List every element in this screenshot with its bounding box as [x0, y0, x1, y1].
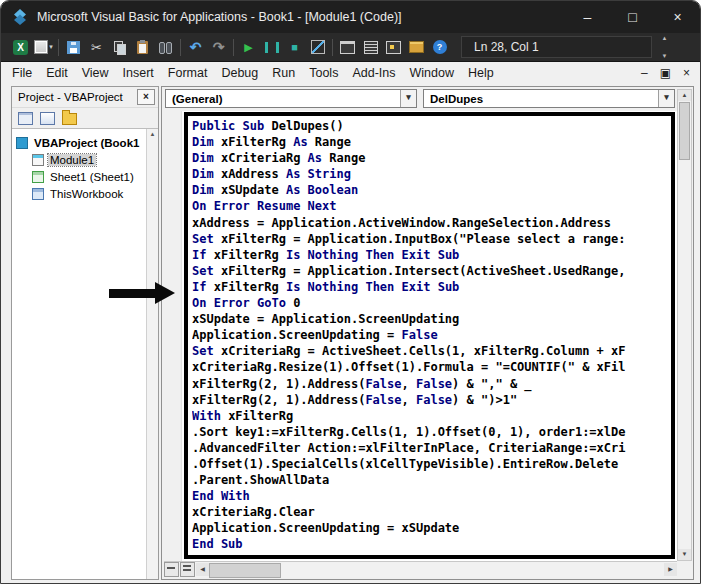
child-close-button[interactable]: × — [683, 66, 690, 80]
menu-edit[interactable]: Edit — [39, 62, 75, 84]
code-line: xCriteriaRg.Clear — [192, 504, 667, 520]
vba-app-icon — [12, 9, 28, 25]
paste-button[interactable] — [131, 35, 154, 59]
properties-window-button[interactable] — [359, 35, 382, 59]
menu-format[interactable]: Format — [161, 62, 215, 84]
horizontal-scrollbar-track[interactable] — [209, 563, 664, 576]
code-line: On Error Resume Next — [192, 198, 667, 214]
help-button[interactable] — [428, 35, 451, 59]
vertical-scrollbar[interactable]: ▲ ▼ — [677, 89, 692, 561]
procedure-dropdown[interactable]: DelDupes — [423, 89, 675, 108]
panel-close-button[interactable] — [137, 89, 155, 105]
code-line: With xFilterRg — [192, 408, 667, 424]
reset-button[interactable]: ■ — [283, 35, 306, 59]
break-button[interactable] — [260, 35, 283, 59]
excel-icon — [13, 40, 28, 55]
object-browser-button[interactable] — [382, 35, 405, 59]
view-excel-button[interactable] — [9, 35, 32, 59]
code-text[interactable]: Public Sub DelDupes()Dim xFilterRg As Ra… — [192, 118, 667, 553]
minimize-icon: – — [584, 9, 592, 25]
project-tree-area: VBAProject (Book1Module1Sheet1 (Sheet1)T… — [12, 128, 158, 579]
break-icon — [265, 42, 279, 53]
design-mode-button[interactable] — [306, 35, 329, 59]
code-line: Set xFilterRg = Application.Intersect(Ac… — [192, 263, 667, 279]
menu-file[interactable]: File — [5, 62, 39, 84]
project-explorer-icon — [340, 41, 355, 54]
code-line: .Offset(1).SpecialCells(xlCellTypeVisibl… — [192, 456, 667, 472]
full-module-view-button[interactable] — [180, 562, 195, 577]
insert-object-button[interactable]: ▾ — [32, 35, 55, 59]
code-line: Dim xFilterRg As Range — [192, 134, 667, 150]
standard-toolbar: ▾ ✂ ↶ ↷ ▶ ■ Ln 28, Col 1 ▲ ▼ — [1, 33, 700, 62]
redo-button[interactable]: ↷ — [207, 35, 230, 59]
toggle-folders-icon[interactable] — [62, 113, 77, 125]
margin-indicator-bar — [164, 111, 182, 561]
code-line: On Error GoTo 0 — [192, 295, 667, 311]
view-object-icon[interactable] — [40, 112, 55, 125]
tree-item-label: Module1 — [48, 154, 96, 166]
object-dropdown[interactable]: (General) — [165, 89, 417, 108]
toolbar-separator — [332, 39, 333, 56]
menu-add-ins[interactable]: Add-Ins — [345, 62, 402, 84]
maximize-button[interactable]: □ — [610, 1, 655, 33]
chevron-down-icon: ▼ — [662, 53, 668, 59]
chevron-down-icon: ▾ — [49, 43, 53, 51]
run-button[interactable]: ▶ — [237, 35, 260, 59]
tree-item-vbaproject-book1[interactable]: VBAProject (Book1 — [12, 134, 147, 151]
project-tree-scrollbar[interactable]: ▲ — [146, 129, 158, 579]
vertical-scrollbar-thumb[interactable] — [679, 102, 690, 160]
cut-button[interactable]: ✂ — [85, 35, 108, 59]
scroll-left-icon: ◀ — [196, 563, 209, 576]
paste-icon — [137, 41, 148, 54]
tree-item-thisworkbook[interactable]: ThisWorkbook — [12, 185, 147, 202]
menu-view[interactable]: View — [75, 62, 116, 84]
code-line: Set xFilterRg = Application.InputBox("Pl… — [192, 231, 667, 247]
project-panel-header: Project - VBAProject — [12, 87, 158, 108]
object-browser-icon — [386, 41, 401, 54]
code-line: Set xCriteriaRg = ActiveSheet.Cells(1, x… — [192, 343, 667, 359]
window-title: Microsoft Visual Basic for Applications … — [37, 10, 402, 24]
code-line: If xFilterRg Is Nothing Then Exit Sub — [192, 247, 667, 263]
menu-run[interactable]: Run — [265, 62, 302, 84]
toolbox-button[interactable] — [405, 35, 428, 59]
save-icon — [67, 41, 80, 54]
undo-button[interactable]: ↶ — [184, 35, 207, 59]
child-restore-button[interactable]: ▣ — [660, 66, 671, 80]
horizontal-scrollbar[interactable]: ◀ ▶ — [164, 561, 677, 577]
copy-button[interactable] — [108, 35, 131, 59]
menu-window[interactable]: Window — [403, 62, 461, 84]
tree-item-label: VBAProject (Book1 — [32, 137, 141, 149]
line-col-indicator: Ln 28, Col 1 — [461, 36, 652, 58]
chevron-up-icon: ▲ — [662, 35, 668, 41]
code-line: Application.ScreenUpdating = False — [192, 327, 667, 343]
menu-insert[interactable]: Insert — [116, 62, 161, 84]
horizontal-scrollbar-thumb[interactable] — [209, 563, 281, 578]
project-tree: VBAProject (Book1Module1Sheet1 (Sheet1)T… — [12, 129, 147, 579]
find-button[interactable] — [154, 35, 177, 59]
close-button[interactable]: × — [655, 1, 700, 33]
toolbar-scroll-control[interactable]: ▲ ▼ — [658, 32, 671, 62]
properties-icon — [364, 41, 378, 54]
child-minimize-button[interactable]: – — [641, 66, 648, 80]
code-line: Dim xCriteriaRg As Range — [192, 150, 667, 166]
project-explorer-button[interactable] — [336, 35, 359, 59]
save-button[interactable] — [62, 35, 85, 59]
module-icon — [32, 154, 44, 166]
menu-help[interactable]: Help — [461, 62, 501, 84]
scroll-down-icon: ▼ — [678, 549, 691, 560]
mdi-window-controls: – ▣ × — [641, 66, 700, 80]
tree-item-sheet1-sheet1[interactable]: Sheet1 (Sheet1) — [12, 168, 147, 185]
tree-item-module1[interactable]: Module1 — [12, 151, 147, 168]
procedure-dropdown-value: DelDupes — [430, 93, 483, 105]
procedure-view-button[interactable] — [164, 562, 179, 577]
menu-tools[interactable]: Tools — [302, 62, 345, 84]
view-code-icon[interactable] — [18, 112, 33, 125]
cut-icon: ✂ — [91, 41, 102, 54]
workbook-icon — [32, 188, 44, 200]
menu-debug[interactable]: Debug — [214, 62, 265, 84]
arrow-tail — [109, 289, 155, 298]
code-line: .Sort key1:=xFilterRg.Cells(1, 1).Offset… — [192, 424, 667, 440]
chevron-down-icon — [658, 90, 674, 107]
code-line: xSUpdate = Application.ScreenUpdating — [192, 311, 667, 327]
minimize-button[interactable]: – — [565, 1, 610, 33]
